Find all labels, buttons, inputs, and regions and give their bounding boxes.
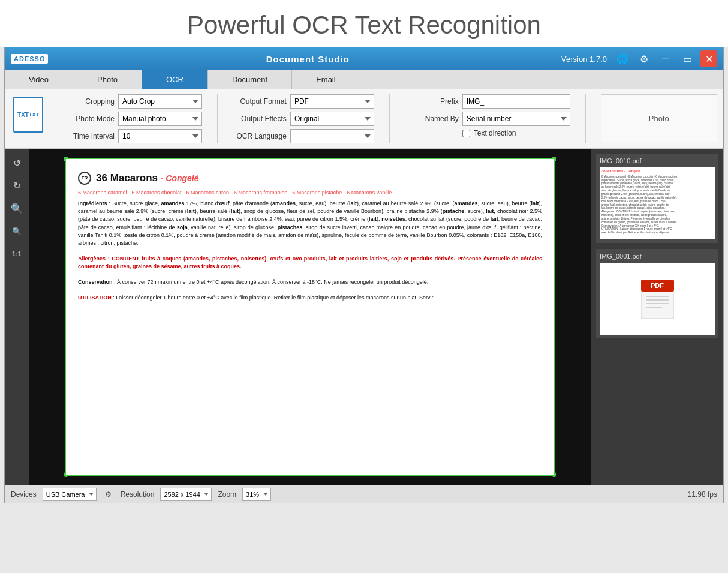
pdf-icon: PDF — [639, 278, 675, 320]
document-content: FR 36 Macarons - Congelé 6 Macarons cara… — [78, 171, 542, 302]
file-thumbnail-0010: 36 Macarons - Congelé 6 Macarons caramel… — [600, 167, 715, 239]
zoom-select[interactable]: 31% — [242, 488, 271, 501]
photo-mode-select[interactable]: Manual photo — [118, 112, 202, 126]
conservation-text: : À conserver 72h maximum entre 0 et +4°… — [114, 279, 428, 285]
output-format-label: Output Format — [233, 97, 287, 106]
output-format-row: Output Format PDF — [233, 94, 374, 109]
time-interval-row: Time Interval 10 — [61, 129, 202, 143]
svg-text:PDF: PDF — [651, 282, 664, 289]
file-item-0001[interactable]: IMG_0001.pdf PDF — [596, 249, 718, 338]
tab-document[interactable]: Document — [208, 70, 292, 89]
document-subtitle2: 6 Macarons caramel - 6 Macarons chocolat… — [78, 189, 542, 197]
allergenes-header: Allergènes — [78, 256, 106, 262]
left-toolbar: ↺ ↻ 🔍 🔍 1:1 — [5, 149, 29, 485]
resolution-select[interactable]: 2592 x 1944 — [160, 488, 212, 501]
document-subtitle: - Congelé — [161, 173, 199, 183]
gear-icon[interactable]: ⚙ — [636, 50, 652, 67]
ocr-language-select[interactable] — [290, 129, 374, 143]
cropping-select[interactable]: Auto Crop — [118, 94, 202, 109]
app-title: Document Studio — [54, 54, 561, 64]
zoom-in-button[interactable]: 🔍 — [8, 199, 26, 217]
ingredients-text: : Sucre, sucre glace, amandes 17%, blanc… — [78, 200, 542, 245]
file-name-0010: IMG_0010.pdf — [600, 157, 715, 164]
conservation-header: Conservation — [78, 279, 113, 285]
divider-2 — [389, 94, 390, 143]
settings-icon[interactable]: ⚙ — [103, 488, 115, 500]
document-body: Ingrédients : Sucre, sucre glace, amande… — [78, 200, 542, 302]
named-by-select[interactable]: Serial number — [462, 112, 570, 126]
file-thumbnail-0001: PDF — [600, 263, 715, 335]
app-version: Version 1.7.0 — [561, 55, 607, 64]
file-item-0010[interactable]: IMG_0010.pdf 36 Macarons - Congelé 6 Mac… — [596, 154, 718, 243]
page-title-section: Powerful OCR Text Recognition — [0, 0, 728, 47]
document-title-row: FR 36 Macarons - Congelé — [78, 171, 542, 185]
tab-bar: Video Photo OCR Document Email — [5, 70, 723, 89]
named-by-label: Named By — [405, 115, 459, 123]
text-direction-row: Text direction — [405, 129, 570, 137]
output-format-select[interactable]: PDF — [290, 94, 374, 109]
time-interval-select[interactable]: 10 — [118, 129, 202, 143]
cropping-row: Cropping Auto Crop — [61, 94, 202, 109]
maximize-button[interactable]: ▭ — [679, 50, 696, 67]
camera-top-bg — [29, 149, 591, 158]
ocr-language-label: OCR Language — [233, 132, 287, 140]
photo-label: Photo — [649, 114, 669, 123]
prefix-row: Prefix — [405, 94, 570, 109]
tab-ocr[interactable]: OCR — [142, 70, 208, 89]
document-scan-area: FR 36 Macarons - Congelé 6 Macarons cara… — [65, 158, 555, 476]
app-logo: ADESSO — [11, 54, 48, 64]
utilisation-header: UTILISATION — [78, 295, 112, 301]
tab-photo[interactable]: Photo — [73, 70, 142, 89]
title-bar: ADESSO Document Studio Version 1.7.0 🌐 ⚙… — [5, 47, 723, 70]
output-effects-select[interactable]: Original — [290, 112, 374, 126]
text-direction-label: Text direction — [474, 129, 516, 137]
prefix-input[interactable] — [462, 94, 570, 109]
camera-view: FR 36 Macarons - Congelé 6 Macarons cara… — [29, 149, 591, 485]
page-title: Powerful OCR Text Recognition — [0, 11, 728, 40]
fps-display: 11.98 fps — [688, 490, 717, 499]
prefix-label: Prefix — [405, 97, 459, 106]
ingredients-header: Ingrédients — [78, 200, 107, 206]
right-panel: IMG_0010.pdf 36 Macarons - Congelé 6 Mac… — [591, 149, 723, 485]
camera-bottom-bg — [29, 476, 591, 485]
photo-mode-label: Photo Mode — [61, 115, 115, 123]
tab-email[interactable]: Email — [292, 70, 360, 89]
middle-controls: Output Format PDF Output Effects Origina… — [233, 94, 374, 143]
controls-bar: TXT Cropping Auto Crop Photo Mode Manual… — [5, 89, 723, 149]
divider-1 — [217, 94, 218, 143]
photo-mode-row: Photo Mode Manual photo — [61, 112, 202, 126]
left-controls: Cropping Auto Crop Photo Mode Manual pho… — [61, 94, 202, 143]
close-button[interactable]: ✕ — [700, 50, 717, 67]
divider-3 — [585, 94, 586, 143]
cropping-label: Cropping — [61, 97, 115, 106]
output-effects-row: Output Effects Original — [233, 112, 374, 126]
devices-label: Devices — [11, 490, 37, 499]
named-by-row: Named By Serial number — [405, 112, 570, 126]
document-icon-area: TXT — [11, 94, 49, 135]
fr-badge: FR — [78, 172, 91, 185]
zoom-out-button[interactable]: 🔍 — [8, 222, 26, 240]
document-main-title: 36 Macarons - Congelé — [96, 171, 199, 185]
rotate-cw-button[interactable]: ↻ — [8, 176, 26, 194]
allergenes-text: : CONTIENT fruits à coques (amandes, pis… — [78, 256, 542, 269]
right-controls: Prefix Named By Serial number Text direc… — [405, 94, 570, 137]
camera-left-bg — [29, 149, 65, 485]
tab-video[interactable]: Video — [5, 70, 73, 89]
window-controls: 🌐 ⚙ ─ ▭ ✕ — [614, 50, 717, 67]
zoom-label: Zoom — [218, 490, 236, 499]
photo-preview-box: Photo — [601, 94, 717, 142]
main-content: ↺ ↻ 🔍 🔍 1:1 FR — [5, 149, 723, 485]
rotate-ccw-button[interactable]: ↺ — [8, 154, 26, 172]
camera-right-bg — [555, 149, 591, 485]
minimize-button[interactable]: ─ — [657, 50, 674, 67]
file-name-0001: IMG_0001.pdf — [600, 253, 715, 260]
thumb-scan-preview: 36 Macarons - Congelé 6 Macarons caramel… — [600, 167, 715, 239]
ratio-button[interactable]: 1:1 — [8, 245, 26, 263]
app-window: ADESSO Document Studio Version 1.7.0 🌐 ⚙… — [4, 47, 724, 503]
text-direction-checkbox[interactable] — [462, 130, 470, 137]
device-select[interactable]: USB Camera — [43, 488, 97, 501]
document-type-icon: TXT — [13, 97, 43, 133]
ocr-language-row: OCR Language — [233, 129, 374, 143]
globe-icon[interactable]: 🌐 — [614, 50, 631, 67]
output-effects-label: Output Effects — [233, 115, 287, 123]
